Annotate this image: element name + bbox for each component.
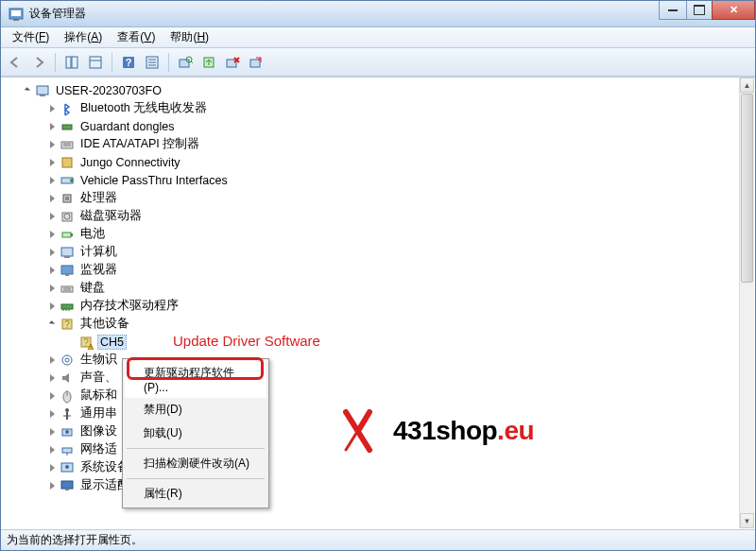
tree-node[interactable]: Bluetooth 无线电收发器 [5, 99, 755, 117]
tree-view[interactable]: USER-20230703FOBluetooth 无线电收发器Guardant … [1, 77, 755, 529]
expander-icon[interactable] [46, 139, 58, 150]
status-bar: 为当前的选择打开属性页。 [1, 529, 755, 550]
help-button[interactable]: ? [118, 52, 139, 73]
tree-node[interactable]: 显示适配器 [5, 476, 755, 494]
tree-node[interactable]: 系统设备 [5, 458, 755, 476]
tree-node[interactable]: 处理器 [5, 189, 755, 207]
tree-node[interactable]: 电池 [5, 225, 755, 243]
expander-icon[interactable] [46, 121, 58, 132]
node-label: Vehicle PassThru Interfaces [78, 174, 230, 187]
expander-icon[interactable] [46, 103, 58, 114]
svg-rect-40 [61, 286, 73, 292]
tree-node[interactable]: 鼠标和 [5, 387, 755, 405]
disable-button[interactable] [246, 52, 266, 73]
minimize-button[interactable] [659, 1, 687, 20]
tree-node[interactable]: Guardant dongles [5, 117, 755, 135]
tree-node[interactable]: Jungo Connectivity [5, 153, 755, 171]
menu-action[interactable]: 操作(A) [57, 27, 110, 47]
update-driver-button[interactable] [198, 52, 219, 73]
expander-icon[interactable] [46, 265, 58, 276]
svg-rect-38 [61, 266, 73, 274]
scroll-thumb[interactable] [741, 94, 753, 283]
tree-node[interactable]: 内存技术驱动程序 [5, 297, 755, 315]
expander-icon[interactable] [46, 229, 58, 240]
title-bar[interactable]: 设备管理器 [1, 1, 755, 27]
maximize-button[interactable] [686, 1, 713, 20]
expander-icon[interactable] [46, 319, 58, 330]
expander-icon[interactable] [46, 157, 58, 168]
keyboard-icon [60, 281, 75, 296]
tree-node[interactable]: 磁盘驱动器 [5, 207, 755, 225]
context-menu-item[interactable]: 属性(R) [125, 482, 266, 506]
expander-icon[interactable] [46, 408, 58, 420]
properties-button[interactable] [85, 52, 106, 73]
context-menu-item[interactable]: 更新驱动程序软件(P)... [125, 361, 266, 398]
expander-icon[interactable] [46, 301, 58, 312]
svg-rect-67 [65, 489, 69, 491]
separator [112, 53, 112, 72]
node-label: 内存技术驱动程序 [78, 298, 180, 314]
tree-node[interactable]: 计算机 [5, 243, 755, 261]
scroll-down-arrow[interactable]: ▼ [740, 513, 754, 528]
expander-icon[interactable] [46, 211, 58, 222]
context-menu-item[interactable]: 禁用(D) [125, 398, 266, 422]
expander-icon[interactable] [46, 480, 58, 491]
show-hide-tree-button[interactable] [61, 52, 82, 73]
tree-node[interactable]: 生物识 [5, 351, 755, 369]
svg-point-53 [62, 355, 72, 365]
back-button[interactable] [5, 52, 26, 73]
node-label: 网络适 [78, 441, 119, 457]
mouse-icon [60, 388, 75, 404]
svg-point-54 [65, 358, 69, 362]
svg-rect-43 [61, 304, 73, 309]
app-icon [9, 7, 24, 22]
menu-view[interactable]: 查看(V) [110, 27, 163, 47]
tree-node[interactable]: 声音、 [5, 369, 755, 387]
menu-help[interactable]: 帮助(H) [163, 27, 216, 47]
close-button[interactable] [712, 1, 755, 20]
svg-rect-4 [72, 57, 77, 68]
context-menu: 更新驱动程序软件(P)...禁用(D)卸载(U)扫描检测硬件改动(A)属性(R) [122, 358, 269, 508]
tree-node[interactable]: ?其他设备 [5, 315, 755, 333]
expander-icon[interactable] [46, 193, 58, 204]
expander-icon[interactable] [46, 390, 58, 402]
network-icon [60, 442, 75, 457]
node-label: USER-20230703FO [54, 84, 163, 97]
expander-icon[interactable] [46, 175, 58, 186]
tree-child-node[interactable]: ?!CH5 [5, 333, 755, 351]
tree-node[interactable]: 键盘 [5, 279, 755, 297]
separator [55, 53, 56, 72]
context-menu-item[interactable]: 卸载(U) [125, 422, 266, 445]
tree-node[interactable]: IDE ATA/ATAPI 控制器 [5, 135, 755, 153]
svg-rect-21 [37, 86, 48, 95]
forward-button[interactable] [28, 52, 49, 73]
unknown-icon: ?! [78, 335, 94, 350]
tree-node[interactable]: Vehicle PassThru Interfaces [5, 171, 755, 189]
menu-file[interactable]: 文件(F) [5, 27, 57, 47]
uninstall-button[interactable] [222, 52, 243, 73]
svg-rect-22 [40, 95, 45, 96]
expander-icon[interactable] [46, 462, 58, 474]
context-menu-item[interactable]: 扫描检测硬件改动(A) [125, 452, 266, 475]
tree-node[interactable]: 监视器 [5, 261, 755, 279]
expander-icon[interactable] [46, 444, 58, 456]
svg-point-57 [65, 408, 69, 412]
passthru-icon [60, 173, 75, 188]
svg-rect-2 [13, 19, 19, 21]
action-button[interactable] [142, 52, 163, 73]
vertical-scrollbar[interactable]: ▲ ▼ [739, 77, 754, 528]
cpu-icon [60, 191, 75, 206]
tree-root[interactable]: USER-20230703FO [5, 81, 755, 99]
expander-icon[interactable] [46, 354, 58, 366]
expander-icon[interactable] [46, 247, 58, 258]
svg-text:?: ? [64, 319, 70, 330]
expander-icon[interactable] [46, 426, 58, 438]
scan-hardware-button[interactable] [175, 52, 196, 73]
svg-rect-34 [62, 232, 71, 237]
scroll-up-arrow[interactable]: ▲ [740, 77, 754, 93]
display-icon [60, 478, 75, 493]
expander-icon[interactable] [46, 372, 58, 384]
expander-icon[interactable] [46, 283, 58, 294]
window-title: 设备管理器 [29, 6, 86, 22]
node-label: 监视器 [78, 262, 119, 278]
